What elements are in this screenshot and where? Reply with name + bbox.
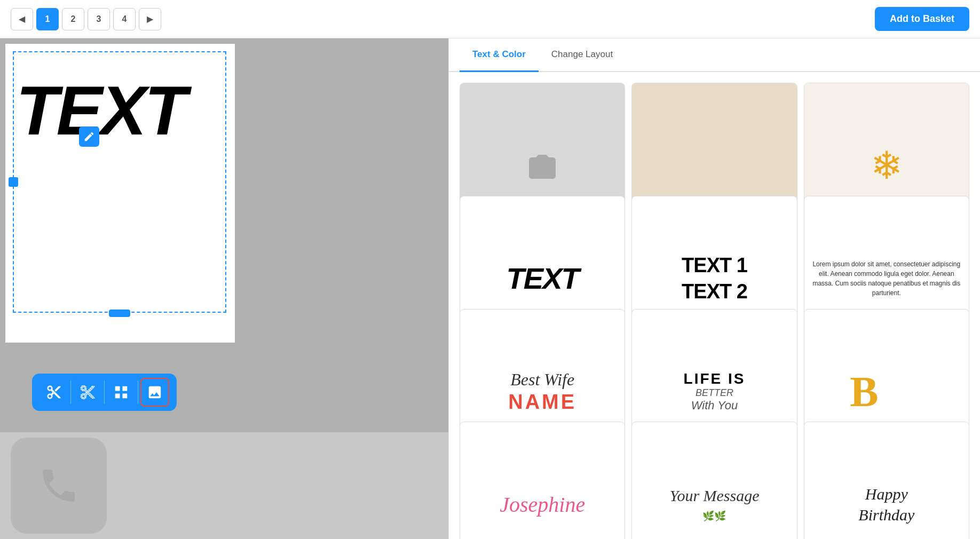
toolbar-divider-2 xyxy=(104,381,105,404)
handle-left[interactable] xyxy=(9,177,18,187)
main-content: TEXT xyxy=(0,38,980,539)
next-page-button[interactable]: ▶ xyxy=(139,8,161,30)
canvas-card[interactable]: TEXT xyxy=(5,44,235,343)
scissors-icon xyxy=(46,384,62,400)
phone-placeholder-icon xyxy=(37,464,80,507)
edit-badge-button[interactable] xyxy=(79,126,99,147)
toolbar-divider xyxy=(70,381,71,404)
phone-frame-area xyxy=(0,432,448,539)
page-navigation: ◀ 1 2 3 4 ▶ xyxy=(11,8,161,30)
birthday-layout: HappyBirthday xyxy=(804,422,969,539)
josephine-layout: Josephine xyxy=(460,422,625,539)
add-to-basket-button[interactable]: Add to Basket xyxy=(875,7,969,31)
phone-icon xyxy=(11,438,107,534)
cut-tool-button[interactable] xyxy=(39,378,68,407)
grid-icon xyxy=(113,384,129,400)
canvas-area: TEXT xyxy=(0,38,448,539)
page-1-button[interactable]: 1 xyxy=(36,8,59,30)
message-layout: Your Message 🌿🌿 xyxy=(632,422,796,539)
handle-bottom[interactable] xyxy=(109,310,130,317)
page-3-button[interactable]: 3 xyxy=(88,8,110,30)
layout-thumb-happy-birthday[interactable]: HappyBirthday xyxy=(804,422,969,539)
canvas-main-text: TEXT xyxy=(5,44,235,156)
toolbar-divider-3 xyxy=(138,381,138,404)
pencil-icon xyxy=(83,131,95,142)
right-panel: Text & Color Change Layout ❄ xyxy=(448,38,980,539)
camera-icon xyxy=(526,149,558,181)
tab-change-layout[interactable]: Change Layout xyxy=(539,38,626,72)
top-bar: ◀ 1 2 3 4 ▶ Add to Basket xyxy=(0,0,980,38)
panel-tabs: Text & Color Change Layout xyxy=(449,38,980,72)
layout-thumb-your-message[interactable]: Your Message 🌿🌿 xyxy=(631,422,797,539)
grid-tool-button[interactable] xyxy=(107,378,136,407)
editing-toolbar xyxy=(32,374,177,411)
tab-text-color[interactable]: Text & Color xyxy=(460,38,539,72)
snowflake-icon: ❄ xyxy=(871,143,903,188)
scissors-dashed-icon xyxy=(80,384,96,400)
layout-grid: ❄ TEXT TEXT 1 TEXT 2 Lorem ipsum dolor s xyxy=(449,72,980,539)
page-2-button[interactable]: 2 xyxy=(62,8,84,30)
layout-thumb-josephine[interactable]: Josephine xyxy=(460,422,625,539)
image-tool-button[interactable] xyxy=(140,378,169,407)
image-icon xyxy=(147,384,163,400)
page-4-button[interactable]: 4 xyxy=(113,8,136,30)
prev-page-button[interactable]: ◀ xyxy=(11,8,33,30)
cut-dashed-tool-button[interactable] xyxy=(73,378,102,407)
